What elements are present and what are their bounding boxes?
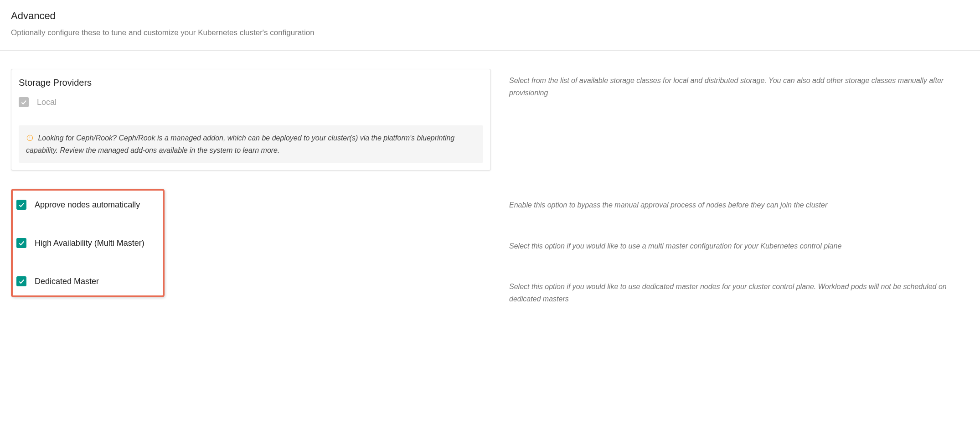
- storage-providers-title: Storage Providers: [19, 78, 483, 88]
- section-subtitle: Optionally configure these to tune and c…: [11, 28, 969, 37]
- highlighted-options-box: Approve nodes automatically High Availab…: [11, 189, 165, 297]
- dedicated-master-label: Dedicated Master: [35, 277, 99, 286]
- svg-point-2: [30, 139, 30, 140]
- storage-local-label: Local: [37, 98, 57, 107]
- checkbox-checked-icon: [16, 276, 26, 286]
- checkbox-checked-icon: [16, 200, 26, 210]
- checkbox-checked-icon: [16, 238, 26, 248]
- approve-nodes-help: Enable this option to bypass the manual …: [509, 199, 969, 211]
- high-availability-help: Select this option if you would like to …: [509, 240, 969, 252]
- advanced-content: Storage Providers Local Looking for Ceph…: [0, 51, 980, 316]
- checkbox-disabled-icon: [19, 97, 29, 107]
- advanced-header: Advanced Optionally configure these to t…: [0, 0, 980, 51]
- storage-info-text: Looking for Ceph/Rook? Ceph/Rook is a ma…: [26, 134, 454, 154]
- storage-local-option[interactable]: Local: [19, 97, 483, 107]
- storage-info-box: Looking for Ceph/Rook? Ceph/Rook is a ma…: [19, 125, 483, 163]
- info-icon: [26, 134, 33, 141]
- section-title: Advanced: [11, 10, 969, 22]
- approve-nodes-label: Approve nodes automatically: [35, 200, 140, 210]
- storage-providers-row: Storage Providers Local Looking for Ceph…: [11, 69, 969, 171]
- dedicated-master-help: Select this option if you would like to …: [509, 280, 969, 305]
- high-availability-label: High Availability (Multi Master): [35, 238, 144, 248]
- storage-help-text: Select from the list of available storag…: [509, 74, 969, 99]
- high-availability-option[interactable]: High Availability (Multi Master): [16, 238, 144, 248]
- dedicated-master-option[interactable]: Dedicated Master: [16, 276, 144, 286]
- approve-nodes-option[interactable]: Approve nodes automatically: [16, 200, 144, 210]
- storage-providers-card: Storage Providers Local Looking for Ceph…: [11, 69, 491, 171]
